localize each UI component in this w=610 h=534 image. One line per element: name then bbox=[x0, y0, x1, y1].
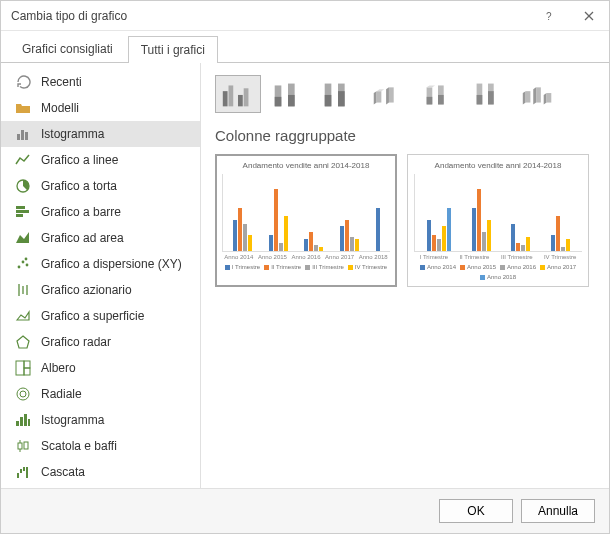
sidebar-item-boxwhisker[interactable]: Scatola e baffi bbox=[1, 433, 200, 459]
sidebar-item-treemap[interactable]: Albero bbox=[1, 355, 200, 381]
svg-rect-4 bbox=[21, 130, 24, 140]
chart-preview-plot bbox=[414, 174, 582, 252]
sidebar-item-line[interactable]: Grafico a linee bbox=[1, 147, 200, 173]
dialog-title: Cambia tipo di grafico bbox=[11, 9, 529, 23]
tab-all-charts[interactable]: Tutti i grafici bbox=[128, 36, 218, 63]
svg-rect-8 bbox=[16, 210, 29, 213]
sidebar-item-templates[interactable]: Modelli bbox=[1, 95, 200, 121]
subtype-stacked-column[interactable] bbox=[265, 75, 311, 113]
subtype-100-stacked-column[interactable] bbox=[315, 75, 361, 113]
svg-rect-38 bbox=[229, 85, 234, 106]
subtype-3d-clustered-column[interactable] bbox=[365, 75, 411, 113]
chart-subtype-panel: Colonne raggruppate Andamento vendite an… bbox=[201, 63, 609, 488]
sidebar-item-pie[interactable]: Grafico a torta bbox=[1, 173, 200, 199]
subtype-clustered-column[interactable] bbox=[215, 75, 261, 113]
svg-rect-48 bbox=[338, 91, 345, 106]
svg-rect-24 bbox=[20, 417, 23, 426]
sidebar-item-label: Scatola e baffi bbox=[41, 439, 117, 453]
svg-point-13 bbox=[25, 258, 28, 261]
chart-preview-2[interactable]: Andamento vendite anni 2014-2018I Trimes… bbox=[407, 154, 589, 287]
radar-chart-icon bbox=[15, 334, 31, 350]
svg-rect-23 bbox=[16, 421, 19, 426]
sidebar-item-recent[interactable]: Recenti bbox=[1, 69, 200, 95]
pie-chart-icon bbox=[15, 178, 31, 194]
sidebar-item-radar[interactable]: Grafico radar bbox=[1, 329, 200, 355]
sidebar-item-label: Radiale bbox=[41, 387, 82, 401]
svg-rect-30 bbox=[24, 442, 28, 449]
svg-point-11 bbox=[22, 261, 25, 264]
svg-rect-40 bbox=[244, 88, 249, 106]
sidebar-item-column[interactable]: Istogramma bbox=[1, 121, 200, 147]
svg-text:?: ? bbox=[546, 11, 552, 21]
chart-preview-title: Andamento vendite anni 2014-2018 bbox=[414, 161, 582, 170]
sidebar-item-label: Grafico a superficie bbox=[41, 309, 144, 323]
svg-point-10 bbox=[18, 266, 21, 269]
svg-rect-7 bbox=[16, 206, 25, 209]
svg-rect-33 bbox=[23, 467, 25, 471]
preview-row: Andamento vendite anni 2014-2018Anno 201… bbox=[215, 154, 595, 287]
chart-preview-plot bbox=[222, 174, 390, 252]
svg-rect-26 bbox=[28, 419, 30, 426]
chart-preview-title: Andamento vendite anni 2014-2018 bbox=[222, 161, 390, 170]
sunburst-icon bbox=[15, 386, 31, 402]
tab-bar: Grafici consigliati Tutti i grafici bbox=[1, 31, 609, 63]
chart-preview-legend: Anno 2014Anno 2015Anno 2016Anno 2017Anno… bbox=[414, 264, 582, 280]
line-chart-icon bbox=[15, 152, 31, 168]
folder-icon bbox=[15, 100, 31, 116]
svg-point-22 bbox=[20, 391, 26, 397]
svg-rect-34 bbox=[26, 467, 28, 478]
column-chart-icon bbox=[15, 126, 31, 142]
sidebar-item-label: Grafico a torta bbox=[41, 179, 117, 193]
subtype-row bbox=[215, 75, 595, 113]
sidebar-item-label: Cascata bbox=[41, 465, 85, 479]
sidebar-item-label: Grafico a barre bbox=[41, 205, 121, 219]
cancel-button[interactable]: Annulla bbox=[521, 499, 595, 523]
sidebar-item-waterfall[interactable]: Cascata bbox=[1, 459, 200, 485]
subtype-3d-stacked-column[interactable] bbox=[415, 75, 461, 113]
close-button[interactable] bbox=[569, 1, 609, 31]
svg-rect-46 bbox=[325, 95, 332, 106]
sidebar-item-label: Istogramma bbox=[41, 413, 104, 427]
chart-category-sidebar: Recenti Modelli Istogramma Grafico a lin… bbox=[1, 63, 201, 488]
box-whisker-icon bbox=[15, 438, 31, 454]
sidebar-item-label: Grafico azionario bbox=[41, 283, 132, 297]
dialog-footer: OK Annulla bbox=[1, 488, 609, 533]
stock-chart-icon bbox=[15, 282, 31, 298]
sidebar-item-stock[interactable]: Grafico azionario bbox=[1, 277, 200, 303]
tab-recommended[interactable]: Grafici consigliati bbox=[9, 35, 126, 62]
recent-icon bbox=[15, 74, 31, 90]
sidebar-item-area[interactable]: Grafico ad area bbox=[1, 225, 200, 251]
svg-rect-19 bbox=[24, 361, 30, 368]
subtype-3d-column[interactable] bbox=[515, 75, 561, 113]
sidebar-item-histogram[interactable]: Istogramma bbox=[1, 407, 200, 433]
sidebar-item-label: Recenti bbox=[41, 75, 82, 89]
svg-rect-27 bbox=[18, 443, 22, 449]
sidebar-item-bar[interactable]: Grafico a barre bbox=[1, 199, 200, 225]
histogram-icon bbox=[15, 412, 31, 428]
titlebar: Cambia tipo di grafico ? bbox=[1, 1, 609, 31]
scatter-chart-icon bbox=[15, 256, 31, 272]
waterfall-icon bbox=[15, 464, 31, 480]
chart-preview-1[interactable]: Andamento vendite anni 2014-2018Anno 201… bbox=[215, 154, 397, 287]
sidebar-item-label: Istogramma bbox=[41, 127, 104, 141]
svg-rect-3 bbox=[17, 134, 20, 140]
svg-rect-44 bbox=[288, 95, 295, 106]
svg-rect-18 bbox=[16, 361, 24, 375]
subtype-title: Colonne raggruppate bbox=[215, 127, 595, 144]
svg-rect-31 bbox=[17, 473, 19, 478]
subtype-3d-100-stacked-column[interactable] bbox=[465, 75, 511, 113]
ok-button[interactable]: OK bbox=[439, 499, 513, 523]
treemap-icon bbox=[15, 360, 31, 376]
sidebar-item-surface[interactable]: Grafico a superficie bbox=[1, 303, 200, 329]
change-chart-type-dialog: Cambia tipo di grafico ? Grafici consigl… bbox=[0, 0, 610, 534]
svg-point-21 bbox=[17, 388, 29, 400]
svg-rect-39 bbox=[238, 95, 243, 106]
svg-point-12 bbox=[26, 264, 29, 267]
bar-chart-icon bbox=[15, 204, 31, 220]
svg-rect-32 bbox=[20, 469, 22, 473]
sidebar-item-label: Modelli bbox=[41, 101, 79, 115]
sidebar-item-sunburst[interactable]: Radiale bbox=[1, 381, 200, 407]
svg-marker-17 bbox=[17, 336, 29, 348]
sidebar-item-scatter[interactable]: Grafico a dispersione (XY) bbox=[1, 251, 200, 277]
help-button[interactable]: ? bbox=[529, 1, 569, 31]
